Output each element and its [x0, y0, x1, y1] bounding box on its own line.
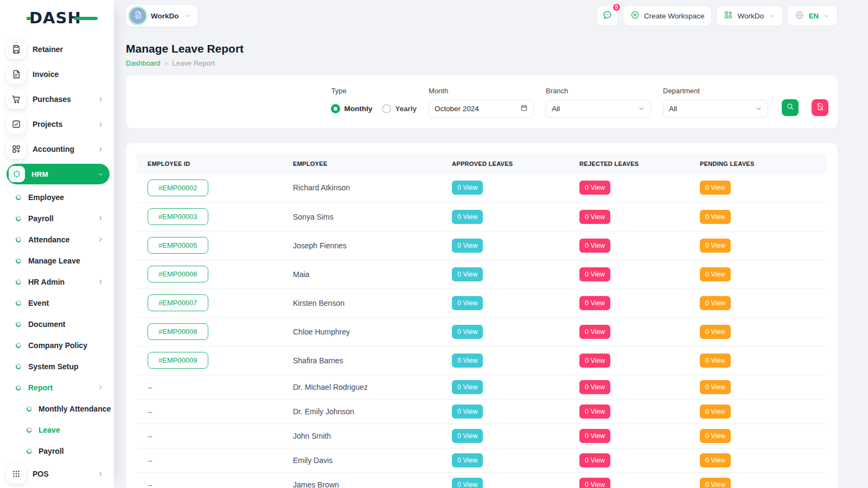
workdo-menu-button[interactable]: WorkDo: [716, 5, 783, 26]
rejected-leaves-badge[interactable]: 0 View: [579, 296, 610, 310]
sidebar-item-accounting[interactable]: Accounting: [7, 137, 110, 162]
sidebar-item-pos[interactable]: POS: [7, 461, 110, 486]
approved-leaves-badge[interactable]: 0 View: [452, 453, 483, 467]
department-select[interactable]: All: [663, 100, 768, 118]
sidebar-item-report[interactable]: Report: [7, 377, 110, 398]
employee-name: Dr. Emily Johnson: [293, 407, 354, 416]
sidebar-item-monthly-attendance[interactable]: Monthly Attendance: [7, 398, 110, 419]
yearly-radio-label: Yearly: [395, 105, 417, 113]
col-pending-leaves: Pending Leaves: [689, 154, 827, 174]
chevron-down-icon: [638, 105, 645, 112]
employee-name: Richard Atkinson: [293, 183, 350, 192]
employee-id-button[interactable]: #EMP00002: [148, 179, 208, 196]
breadcrumb-dashboard-link[interactable]: Dashboard: [126, 59, 161, 67]
rejected-leaves-badge[interactable]: 0 View: [579, 239, 610, 253]
main-area: WorkDo 0 Create Workspace WorkDo EN: [114, 0, 868, 488]
filter-card: Type Monthly Yearly Month October 2024: [126, 75, 838, 129]
approved-leaves-badge[interactable]: 0 View: [452, 380, 483, 394]
sidebar-item-label: Document: [28, 320, 65, 329]
sidebar-item-purchases[interactable]: Purchases: [7, 87, 110, 112]
rejected-leaves-badge[interactable]: 0 View: [579, 325, 610, 339]
create-workspace-button[interactable]: Create Workspace: [623, 5, 712, 26]
approved-leaves-badge[interactable]: 0 View: [452, 296, 483, 310]
rejected-leaves-badge[interactable]: 0 View: [579, 354, 610, 368]
sidebar-item-manage-leave[interactable]: Manage Leave: [7, 250, 110, 271]
approved-leaves-badge[interactable]: 0 View: [452, 429, 483, 443]
app-logo[interactable]: DASH: [29, 9, 89, 27]
employee-name: Chloe Humphrey: [293, 328, 350, 336]
table-row: #EMP00008Chloe Humphrey0 View0 View0 Vie…: [137, 317, 827, 346]
yearly-radio[interactable]: Yearly: [382, 104, 417, 113]
chevron-right-icon: [97, 236, 104, 243]
workspace-switcher[interactable]: WorkDo: [126, 4, 198, 27]
chevron-right-icon: [97, 146, 104, 153]
bullet-icon: [15, 194, 22, 201]
monthly-radio[interactable]: Monthly: [331, 104, 372, 113]
sidebar-item-projects[interactable]: Projects: [7, 112, 110, 137]
employee-id-button[interactable]: #EMP00008: [148, 323, 208, 340]
sidebar-item-system-setup[interactable]: System Setup: [7, 356, 110, 377]
pending-leaves-badge[interactable]: 0 View: [700, 325, 731, 339]
language-selector[interactable]: EN: [787, 5, 838, 26]
employee-id-button[interactable]: #EMP00003: [148, 208, 208, 225]
sidebar-item-label: HR Admin: [28, 278, 65, 286]
rejected-leaves-badge[interactable]: 0 View: [579, 478, 610, 488]
rejected-leaves-badge[interactable]: 0 View: [579, 404, 610, 419]
rejected-leaves-badge[interactable]: 0 View: [579, 210, 610, 224]
radio-unselected-icon: [382, 104, 391, 113]
pending-leaves-badge[interactable]: 0 View: [700, 210, 731, 224]
rejected-leaves-badge[interactable]: 0 View: [579, 453, 610, 467]
pending-leaves-badge[interactable]: 0 View: [700, 267, 731, 281]
sidebar-item-company-policy[interactable]: Company Policy: [7, 335, 110, 356]
sidebar-item-hr-admin[interactable]: HR Admin: [7, 271, 110, 292]
rejected-leaves-badge[interactable]: 0 View: [579, 181, 610, 195]
employee-id-button[interactable]: #EMP00005: [148, 237, 208, 254]
sidebar-item-invoice[interactable]: Invoice: [7, 62, 110, 87]
approved-leaves-badge[interactable]: 0 View: [452, 404, 483, 419]
pending-leaves-badge[interactable]: 0 View: [700, 453, 731, 467]
employee-id-button[interactable]: #EMP00009: [148, 352, 208, 369]
pending-leaves-badge[interactable]: 0 View: [700, 181, 731, 195]
approved-leaves-badge[interactable]: 0 View: [452, 478, 483, 488]
rejected-leaves-badge[interactable]: 0 View: [579, 429, 610, 443]
sidebar-item-payroll[interactable]: Payroll: [7, 440, 110, 461]
sidebar-item-label: Attendance: [28, 235, 69, 244]
pending-leaves-badge[interactable]: 0 View: [700, 296, 731, 310]
rejected-leaves-badge[interactable]: 0 View: [579, 267, 610, 281]
month-date-input[interactable]: October 2024: [429, 100, 534, 118]
approved-leaves-badge[interactable]: 0 View: [452, 354, 483, 368]
pending-leaves-badge[interactable]: 0 View: [700, 404, 731, 419]
branch-select[interactable]: All: [546, 100, 651, 118]
approved-leaves-badge[interactable]: 0 View: [452, 239, 483, 253]
employee-id-button[interactable]: #EMP00007: [148, 294, 208, 311]
sidebar-item-payroll[interactable]: Payroll: [7, 208, 110, 229]
sidebar-item-event[interactable]: Event: [7, 292, 110, 313]
employee-id-button[interactable]: #EMP00006: [148, 266, 208, 282]
bullet-icon: [15, 320, 22, 328]
pending-leaves-badge[interactable]: 0 View: [700, 380, 731, 394]
type-filter: Type Monthly Yearly: [331, 87, 417, 118]
sidebar-item-label: System Setup: [28, 362, 79, 371]
pending-leaves-badge[interactable]: 0 View: [700, 239, 731, 253]
pending-leaves-badge[interactable]: 0 View: [700, 429, 731, 443]
sidebar-item-attendance[interactable]: Attendance: [7, 229, 110, 250]
approved-leaves-badge[interactable]: 0 View: [452, 210, 483, 224]
table-row: #EMP00007Kirsten Benson0 View0 View0 Vie…: [137, 288, 827, 317]
pending-leaves-badge[interactable]: 0 View: [700, 354, 731, 368]
apply-filter-button[interactable]: [782, 99, 799, 116]
grid-plus-icon: [724, 10, 733, 21]
pending-leaves-badge[interactable]: 0 View: [700, 478, 731, 488]
approved-leaves-badge[interactable]: 0 View: [452, 181, 483, 195]
reset-filter-button[interactable]: [812, 99, 828, 116]
sidebar-item-document[interactable]: Document: [7, 313, 110, 335]
sidebar-item-leave[interactable]: Leave: [7, 419, 110, 440]
messages-button[interactable]: 0: [597, 5, 618, 26]
approved-leaves-badge[interactable]: 0 View: [452, 325, 483, 339]
employee-id-empty: --: [148, 481, 152, 488]
sidebar-item-hrm[interactable]: HRM: [7, 164, 110, 184]
table-row: --Emily Davis0 View0 View0 View: [137, 448, 827, 472]
rejected-leaves-badge[interactable]: 0 View: [579, 380, 610, 394]
sidebar-item-employee[interactable]: Employee: [7, 187, 110, 208]
sidebar-item-retainer[interactable]: Retainer: [7, 37, 110, 62]
approved-leaves-badge[interactable]: 0 View: [452, 267, 483, 281]
